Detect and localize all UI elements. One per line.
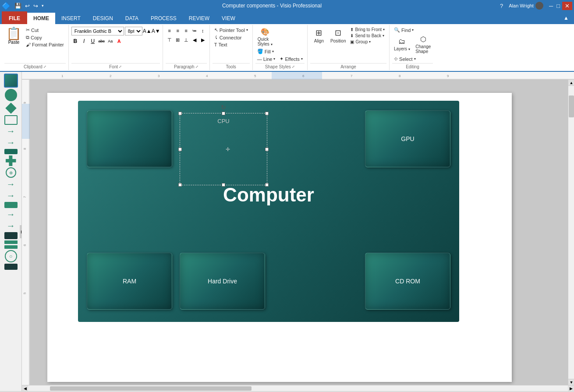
help-btn[interactable]: ? bbox=[499, 2, 504, 10]
tab-data[interactable]: DATA bbox=[119, 11, 145, 24]
underline-btn[interactable]: U bbox=[89, 37, 97, 45]
sidebar-rect-dark[interactable] bbox=[4, 232, 18, 239]
italic-btn[interactable]: I bbox=[80, 37, 88, 45]
align-center-btn[interactable]: ≡ bbox=[174, 27, 182, 35]
sidebar-arrow-right-2[interactable]: → bbox=[7, 138, 15, 148]
connector-tool-btn[interactable]: ⤹ Connector bbox=[213, 34, 244, 41]
handle-mr[interactable] bbox=[265, 148, 269, 151]
sidebar-cross-icon[interactable] bbox=[6, 155, 16, 166]
align-top-btn[interactable]: ⊤ bbox=[166, 36, 174, 44]
scroll-track-v[interactable] bbox=[568, 86, 574, 379]
redo-qat-btn[interactable]: ↪ bbox=[32, 2, 39, 10]
handle-tl[interactable] bbox=[178, 112, 182, 115]
sidebar-diamond-shape[interactable] bbox=[5, 102, 16, 113]
fill-btn[interactable]: 🪣 Fill ▾ bbox=[255, 48, 276, 55]
font-name-select[interactable]: Franklin Gothic B bbox=[71, 27, 124, 35]
paste-button[interactable]: 📋 Paste bbox=[4, 27, 23, 46]
gpu-shape[interactable]: GPU bbox=[365, 110, 450, 167]
undo-qat-btn[interactable]: ↩ bbox=[24, 2, 31, 10]
format-painter-button[interactable]: 🖌 Format Painter bbox=[24, 42, 66, 48]
sidebar-arrow-right-1[interactable]: → bbox=[7, 126, 15, 136]
pointer-tool-btn[interactable]: ↖ Pointer Tool ▾ bbox=[213, 27, 250, 33]
indent-more-btn[interactable]: ▶ bbox=[199, 36, 207, 44]
cpu-shape[interactable]: ↻ ✛ CPU bbox=[180, 113, 267, 185]
handle-br[interactable] bbox=[265, 183, 269, 187]
scroll-down-btn[interactable]: ▼ bbox=[568, 379, 574, 385]
horizontal-scrollbar[interactable]: ◀ ▶ bbox=[22, 385, 574, 391]
tab-view[interactable]: VIEW bbox=[216, 11, 241, 24]
sidebar-connect-icon[interactable]: ⊕ bbox=[6, 167, 16, 178]
strikethrough-btn[interactable]: abc bbox=[98, 37, 106, 45]
tab-review[interactable]: REVIEW bbox=[183, 11, 216, 24]
tab-home[interactable]: HOME bbox=[27, 11, 55, 24]
paragraph-expand-icon[interactable]: ⤢ bbox=[195, 65, 198, 69]
paragraph-expand-sm[interactable]: ↕ bbox=[199, 27, 207, 35]
send-to-back-btn[interactable]: ⬇ Send to Back ▾ bbox=[348, 33, 386, 39]
layers-btn[interactable]: 🗂 Layers ▾ bbox=[392, 34, 412, 55]
font-color-btn[interactable]: A bbox=[115, 37, 123, 45]
tab-design[interactable]: DESIGN bbox=[87, 11, 119, 24]
close-btn[interactable]: ✕ bbox=[562, 2, 572, 10]
tab-insert[interactable]: INSERT bbox=[55, 11, 87, 24]
cut-button[interactable]: ✂ Cut bbox=[24, 27, 66, 33]
copy-button[interactable]: ⧉ Copy bbox=[24, 34, 66, 41]
cd-rom-shape[interactable]: CD ROM bbox=[365, 253, 450, 310]
handle-tm[interactable] bbox=[222, 112, 225, 115]
handle-bl[interactable] bbox=[178, 183, 182, 187]
handle-tr[interactable] bbox=[265, 112, 269, 115]
font-decrease-btn[interactable]: A▼ bbox=[152, 27, 160, 35]
indent-less-btn[interactable]: ◀ bbox=[191, 36, 198, 44]
select-btn[interactable]: ⊹ Select ▾ bbox=[392, 56, 418, 62]
sidebar-rect-med[interactable] bbox=[4, 240, 18, 244]
ram-shape[interactable]: RAM bbox=[87, 253, 172, 310]
ribbon-collapse-btn[interactable]: ▲ bbox=[560, 13, 572, 23]
effects-btn[interactable]: ✦ Effects ▾ bbox=[278, 56, 304, 62]
rotate-handle[interactable]: ↻ bbox=[221, 104, 226, 111]
shape-styles-expand-icon[interactable]: ⤢ bbox=[292, 65, 295, 69]
scroll-thumb-v[interactable] bbox=[569, 95, 574, 117]
bold-btn[interactable]: B bbox=[71, 37, 79, 45]
change-shape-btn[interactable]: ⬡ ChangeShape bbox=[414, 34, 433, 55]
font-increase-btn[interactable]: A▲ bbox=[143, 27, 151, 35]
qat-more-btn[interactable]: ▾ bbox=[40, 3, 45, 9]
scroll-track-h[interactable] bbox=[28, 386, 568, 391]
sidebar-rect-2[interactable] bbox=[4, 202, 18, 208]
line-btn[interactable]: — Line ▾ bbox=[255, 56, 277, 62]
font-expand-icon[interactable]: ⤢ bbox=[119, 65, 122, 69]
text-tool-btn[interactable]: T Text bbox=[213, 42, 229, 48]
vertical-scrollbar[interactable]: ▲ ▼ bbox=[568, 80, 574, 385]
tab-file[interactable]: FILE bbox=[2, 11, 27, 24]
sidebar-arrow-right-6[interactable]: → bbox=[7, 221, 15, 231]
left-shape[interactable] bbox=[87, 110, 172, 167]
scroll-right-btn[interactable]: ▶ bbox=[568, 385, 574, 392]
sidebar-circle-2[interactable]: ○ bbox=[5, 250, 17, 262]
bring-to-front-btn[interactable]: ⬆ Bring to Front ▾ bbox=[348, 27, 386, 32]
scroll-thumb-h[interactable] bbox=[50, 386, 252, 391]
sidebar-rect-blue[interactable] bbox=[4, 264, 18, 270]
sidebar-monitor-shape[interactable] bbox=[4, 115, 18, 125]
bullets-btn[interactable]: ≔ bbox=[191, 27, 198, 35]
sidebar-rect-sm[interactable] bbox=[4, 245, 18, 249]
align-right-btn[interactable]: ≡ bbox=[182, 27, 190, 35]
tab-process[interactable]: PROCESS bbox=[145, 11, 183, 24]
align-middle-btn[interactable]: ⊞ bbox=[174, 36, 182, 44]
case-btn[interactable]: Aa bbox=[106, 37, 114, 45]
scroll-up-btn[interactable]: ▲ bbox=[568, 80, 574, 86]
align-bottom-btn[interactable]: ⊥ bbox=[182, 36, 190, 44]
align-left-btn[interactable]: ≡ bbox=[166, 27, 174, 35]
group-btn[interactable]: ▣ Group ▾ bbox=[348, 39, 386, 45]
canvas-area[interactable]: ↻ ✛ CPU bbox=[30, 80, 568, 385]
scroll-left-btn[interactable]: ◀ bbox=[22, 385, 28, 392]
font-size-select[interactable]: 8pt. bbox=[125, 27, 142, 35]
sidebar-arrow-right-4[interactable]: → bbox=[7, 191, 15, 201]
minimize-btn[interactable]: ─ bbox=[548, 2, 554, 10]
save-qat-btn[interactable]: 💾 bbox=[13, 2, 23, 10]
find-btn[interactable]: 🔍 Find ▾ bbox=[392, 27, 415, 33]
clipboard-expand-icon[interactable]: ⤢ bbox=[43, 65, 46, 69]
hard-drive-shape[interactable]: Hard Drive bbox=[180, 253, 265, 310]
maximize-btn[interactable]: □ bbox=[555, 2, 561, 10]
quick-styles-btn[interactable]: 🎨 QuickStyles ▾ bbox=[255, 27, 275, 47]
sidebar-rect-1[interactable] bbox=[4, 149, 18, 154]
handle-ml[interactable] bbox=[178, 148, 182, 151]
position-btn[interactable]: ⊡ Position bbox=[329, 27, 348, 45]
